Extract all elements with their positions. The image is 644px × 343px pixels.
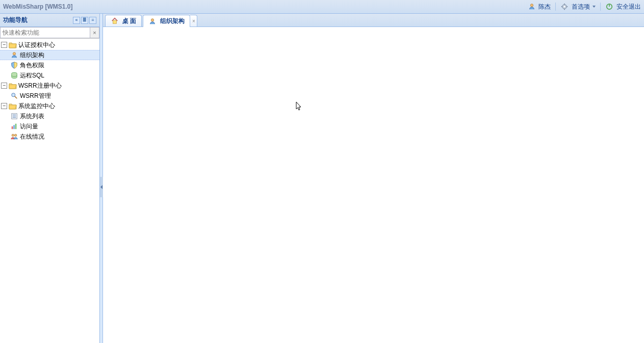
tree-item-system-list[interactable]: 系统列表 bbox=[0, 111, 99, 121]
gear-icon bbox=[560, 3, 569, 11]
clear-search-icon[interactable]: × bbox=[90, 27, 99, 38]
sidebar-title: 功能导航 bbox=[3, 16, 72, 24]
tree-folder-monitor-center[interactable]: − 系统监控中心 bbox=[0, 101, 99, 111]
preferences-label: 首选项 bbox=[572, 3, 590, 11]
tree-item-remote-sql[interactable]: 远程SQL bbox=[0, 70, 99, 81]
svg-point-9 bbox=[13, 52, 15, 55]
list-icon bbox=[10, 112, 18, 120]
sidebar-header: 功能导航 « ≣ ≡ bbox=[0, 14, 99, 27]
tree-label: 角色权限 bbox=[20, 61, 44, 70]
app-title: WebMisSharp [WMS1.0] bbox=[3, 3, 528, 10]
tree-label: 组织架构 bbox=[20, 51, 44, 60]
people-icon bbox=[10, 133, 18, 141]
tree-label: WSRR管理 bbox=[20, 92, 51, 100]
preferences-button[interactable]: 首选项 bbox=[560, 3, 596, 11]
tree-label: 系统监控中心 bbox=[18, 102, 55, 111]
magnify-icon bbox=[10, 92, 18, 100]
tree-item-role-permission[interactable]: 角色权限 bbox=[0, 60, 99, 70]
tree-label: 认证授权中心 bbox=[18, 41, 55, 49]
close-icon: × bbox=[192, 18, 195, 24]
user-name: 陈杰 bbox=[538, 3, 551, 11]
folder-open-icon bbox=[9, 41, 17, 49]
svg-line-12 bbox=[15, 96, 17, 98]
nav-tree: − 认证授权中心 组织架构 角色权限 远程SQL − bbox=[0, 39, 99, 343]
tree-collapse-icon[interactable]: − bbox=[1, 83, 7, 89]
tab-org-structure[interactable]: 组织架构 bbox=[143, 15, 190, 27]
bar-chart-icon bbox=[10, 122, 18, 130]
search-input[interactable] bbox=[0, 27, 90, 38]
tab-label: 组织架构 bbox=[160, 17, 185, 25]
user-icon bbox=[528, 3, 535, 10]
svg-point-20 bbox=[12, 134, 14, 136]
separator bbox=[555, 3, 556, 11]
tabstrip: 桌 面 组织架构 × bbox=[103, 14, 644, 27]
tree-item-visits[interactable]: 访问量 bbox=[0, 121, 99, 131]
svg-point-11 bbox=[12, 93, 15, 97]
svg-point-23 bbox=[151, 18, 154, 21]
tree-item-online-status[interactable]: 在线情况 bbox=[0, 131, 99, 142]
sidebar: 功能导航 « ≣ ≡ × − 认证授权中心 组织架构 角色权 bbox=[0, 14, 100, 343]
power-icon bbox=[605, 3, 613, 11]
collapse-all-icon[interactable]: ≡ bbox=[89, 17, 96, 24]
separator bbox=[600, 3, 601, 11]
tree-label: 系统列表 bbox=[20, 112, 44, 121]
tree-folder-wsrr-center[interactable]: − WSRR注册中心 bbox=[0, 81, 99, 91]
svg-rect-18 bbox=[13, 125, 15, 129]
svg-point-0 bbox=[530, 4, 533, 7]
svg-rect-22 bbox=[113, 20, 117, 23]
svg-rect-17 bbox=[12, 126, 13, 129]
tree-label: 远程SQL bbox=[20, 71, 44, 80]
main-layout: 功能导航 « ≣ ≡ × − 认证授权中心 组织架构 角色权 bbox=[0, 14, 644, 343]
user-icon bbox=[148, 17, 157, 25]
folder-open-icon bbox=[9, 102, 17, 110]
user-info[interactable]: 陈杰 bbox=[528, 3, 551, 11]
shield-icon bbox=[10, 61, 18, 69]
cursor-icon bbox=[296, 101, 303, 114]
svg-point-21 bbox=[14, 134, 16, 136]
tree-label: 在线情况 bbox=[20, 133, 44, 141]
tab-content bbox=[103, 27, 644, 343]
tab-desktop[interactable]: 桌 面 bbox=[105, 15, 142, 27]
content-area: 桌 面 组织架构 × bbox=[103, 14, 644, 343]
tree-label: 访问量 bbox=[20, 122, 38, 131]
tree-folder-auth-center[interactable]: − 认证授权中心 bbox=[0, 40, 99, 50]
collapse-left-icon[interactable]: « bbox=[73, 17, 80, 24]
tree-item-org-structure[interactable]: 组织架构 bbox=[0, 50, 99, 60]
home-icon bbox=[111, 17, 119, 25]
sidebar-search: × bbox=[0, 27, 99, 39]
topbar-tools: 陈杰 首选项 安全退出 bbox=[528, 3, 641, 11]
tab-close-button[interactable]: × bbox=[190, 15, 197, 27]
tree-collapse-icon[interactable]: − bbox=[1, 42, 7, 48]
expand-all-icon[interactable]: ≣ bbox=[81, 17, 88, 24]
tree-item-wsrr-manage[interactable]: WSRR管理 bbox=[0, 91, 99, 101]
user-icon bbox=[10, 51, 18, 59]
logout-button[interactable]: 安全退出 bbox=[605, 3, 641, 11]
chevron-down-icon bbox=[593, 6, 596, 8]
svg-rect-19 bbox=[15, 124, 17, 129]
tab-label: 桌 面 bbox=[122, 17, 136, 25]
logout-label: 安全退出 bbox=[616, 3, 641, 11]
app-titlebar: WebMisSharp [WMS1.0] 陈杰 首选项 安全退出 bbox=[0, 0, 644, 14]
database-icon bbox=[10, 71, 18, 80]
tree-collapse-icon[interactable]: − bbox=[1, 103, 7, 109]
svg-point-2 bbox=[563, 6, 565, 8]
folder-open-icon bbox=[9, 82, 17, 90]
tree-label: WSRR注册中心 bbox=[18, 82, 62, 90]
